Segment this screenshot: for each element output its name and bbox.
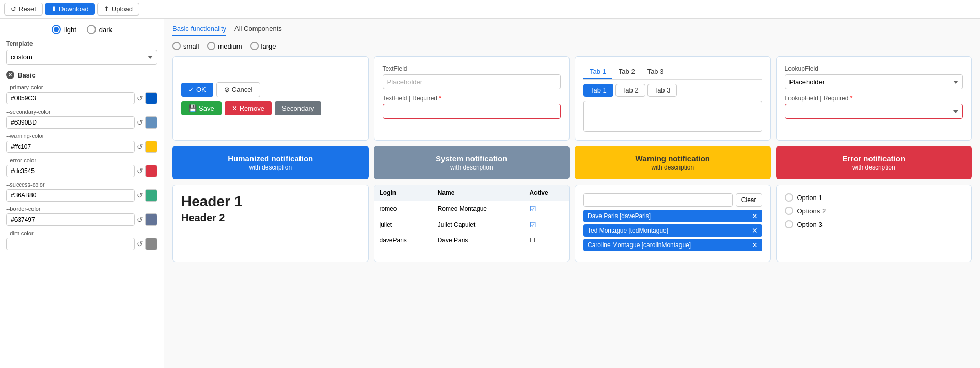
table-card: Login Name Active romeo Romeo Montague ☑…	[374, 185, 570, 262]
upload-button[interactable]: ⬆ Upload	[97, 3, 139, 16]
size-selector: small medium large	[172, 42, 972, 50]
warning-color-row: --warning-color ↺	[6, 133, 157, 153]
secondary-reset-icon[interactable]: ↺	[137, 118, 143, 127]
tab-all-components[interactable]: All Components	[234, 25, 282, 36]
primary-color-swatch[interactable]	[145, 92, 157, 104]
tag-ted-remove[interactable]: ✕	[752, 226, 758, 235]
light-theme-option[interactable]: light	[52, 25, 76, 34]
ok-button[interactable]: ✓ OK	[181, 83, 213, 97]
humanized-notification[interactable]: Humanized notification with description	[172, 146, 369, 179]
size-small-radio[interactable]	[172, 42, 181, 50]
save-button[interactable]: 💾 Save	[181, 101, 222, 115]
tag-dave-remove[interactable]: ✕	[752, 212, 758, 220]
radio-circle-3[interactable]	[785, 220, 793, 228]
dark-radio-button[interactable]	[87, 25, 96, 34]
size-small[interactable]: small	[172, 42, 199, 50]
primary-color-input[interactable]	[6, 92, 135, 104]
dark-theme-option[interactable]: dark	[87, 25, 112, 34]
tag-caroline-remove[interactable]: ✕	[752, 241, 758, 249]
primary-reset-icon[interactable]: ↺	[137, 94, 143, 102]
error-reset-icon[interactable]: ↺	[137, 167, 143, 175]
error-color-input[interactable]	[6, 165, 135, 177]
error-notification[interactable]: Error notification with description	[776, 146, 972, 179]
textfield1-input[interactable]	[383, 74, 561, 89]
reset-button[interactable]: ↺ Reset	[4, 3, 43, 16]
dim-color-swatch[interactable]	[145, 238, 157, 250]
cancel-icon: ⊘	[224, 86, 230, 94]
warning-color-input[interactable]	[6, 141, 135, 153]
primary-color-label: --primary-color	[6, 84, 157, 90]
radio-option-3[interactable]: Option 3	[785, 220, 963, 228]
warning-color-label: --warning-color	[6, 133, 157, 139]
save-icon: 💾	[188, 104, 197, 112]
header-card: Header 1 Header 2	[172, 185, 369, 262]
dim-reset-icon[interactable]: ↺	[137, 240, 143, 248]
cell-name-dave: Dave Paris	[433, 233, 525, 248]
multiselect-card: Clear Dave Paris [daveParis] ✕ Ted Monta…	[575, 185, 771, 262]
cell-name-juliet: Juliet Capulet	[433, 217, 525, 233]
light-radio-button[interactable]	[52, 25, 61, 34]
upload-icon: ⬆	[104, 5, 109, 13]
lookup-required-asterisk: *	[850, 95, 853, 102]
lookup1-select[interactable]: Placeholder	[785, 74, 963, 89]
size-medium[interactable]: medium	[207, 42, 242, 50]
textfield2-label: TextField | Required *	[383, 95, 561, 102]
multiselect-input[interactable]	[583, 193, 733, 207]
secondary-color-swatch[interactable]	[145, 116, 157, 129]
clear-button[interactable]: Clear	[736, 193, 762, 207]
section-label: Basic	[18, 71, 36, 79]
size-large[interactable]: large	[250, 42, 276, 50]
col-active: Active	[525, 185, 569, 201]
warning-color-swatch[interactable]	[145, 141, 157, 153]
download-icon: ⬇	[51, 5, 57, 13]
table-row: romeo Romeo Montague ☑	[374, 201, 570, 217]
success-reset-icon[interactable]: ↺	[137, 191, 143, 200]
radio-circle-1[interactable]	[785, 193, 793, 202]
tab3-pill[interactable]: Tab 3	[647, 84, 677, 97]
radio-card: Option 1 Options 2 Option 3	[776, 185, 972, 262]
secondary-button[interactable]: Secondary	[275, 101, 321, 115]
cell-login-dave: daveParis	[374, 233, 433, 248]
template-label: Template	[6, 40, 157, 48]
dim-color-input[interactable]	[6, 238, 135, 250]
tab3-item[interactable]: Tab 3	[641, 65, 670, 79]
dim-color-label: --dim-color	[6, 230, 157, 236]
radio-option-2[interactable]: Options 2	[785, 207, 963, 215]
header2-text: Header 2	[181, 212, 360, 224]
top-tabs: Basic functionality All Components	[172, 25, 972, 36]
tabs-card: Tab 1 Tab 2 Tab 3 Tab 1 Tab 2	[575, 56, 771, 141]
radio-option-1[interactable]: Option 1	[785, 193, 963, 202]
dark-theme-label: dark	[99, 26, 112, 34]
template-select[interactable]: custom default material	[6, 50, 157, 65]
primary-color-row: --primary-color ↺	[6, 84, 157, 104]
tab2-pill[interactable]: Tab 2	[615, 84, 645, 97]
size-medium-radio[interactable]	[207, 42, 215, 50]
border-reset-icon[interactable]: ↺	[137, 216, 143, 224]
table-body: romeo Romeo Montague ☑ juliet Juliet Cap…	[374, 201, 570, 248]
success-color-input[interactable]	[6, 189, 135, 202]
error-color-swatch[interactable]	[145, 165, 157, 177]
secondary-color-input[interactable]	[6, 116, 135, 129]
radio-circle-2[interactable]	[785, 207, 793, 215]
table-row: juliet Juliet Capulet ☑	[374, 217, 570, 233]
error-color-row: --error-color ↺	[6, 157, 157, 177]
tab1-pill[interactable]: Tab 1	[583, 84, 613, 97]
size-large-radio[interactable]	[250, 42, 259, 50]
lookup2-select[interactable]	[785, 104, 963, 119]
error-color-label: --error-color	[6, 157, 157, 163]
color-rows: --primary-color ↺ --secondary-color ↺ --…	[6, 84, 157, 250]
textfield2-input[interactable]	[383, 104, 561, 119]
cancel-button[interactable]: ⊘ Cancel	[216, 82, 260, 97]
warning-reset-icon[interactable]: ↺	[137, 143, 143, 151]
tab-basic-functionality[interactable]: Basic functionality	[172, 25, 226, 36]
warning-notification[interactable]: Warning notification with description	[575, 146, 771, 179]
border-color-input[interactable]	[6, 213, 135, 226]
download-button[interactable]: ⬇ Download	[45, 3, 95, 15]
reset-icon: ↺	[11, 5, 17, 13]
system-notification[interactable]: System notification with description	[374, 146, 570, 179]
tab1-item[interactable]: Tab 1	[583, 65, 612, 79]
border-color-swatch[interactable]	[145, 213, 157, 226]
remove-button[interactable]: ✕ Remove	[225, 101, 272, 115]
success-color-swatch[interactable]	[145, 189, 157, 202]
tab2-item[interactable]: Tab 2	[612, 65, 641, 79]
